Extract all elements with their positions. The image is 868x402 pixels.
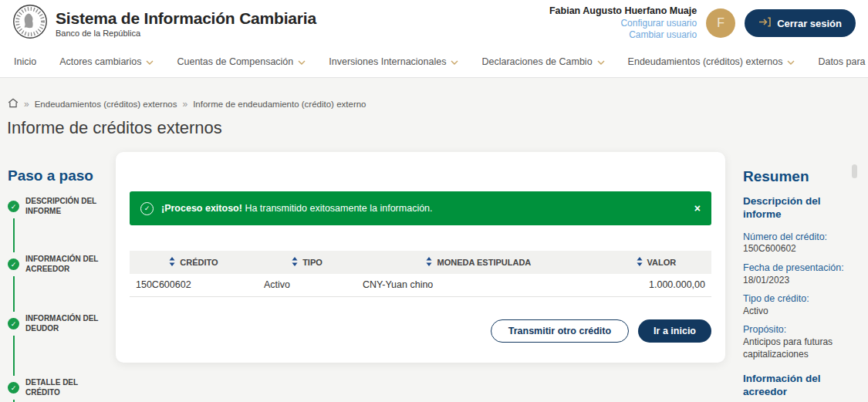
logout-button-label: Cerrar sesión xyxy=(777,18,842,29)
step-complete-check-icon: ✓ xyxy=(8,258,19,270)
step-complete-check-icon: ✓ xyxy=(8,318,19,329)
app-subtitle: Banco de la República xyxy=(56,29,316,38)
breadcrumb: » Endeudamientos (créditos) externos » I… xyxy=(8,98,366,110)
column-header-label: VALOR xyxy=(647,258,677,267)
chevron-down-icon xyxy=(298,56,306,67)
table-header-row: CRÉDITO TIPO MONEDA ESTIPULADA VALOR xyxy=(130,251,711,274)
summary-section-acreedor: Información del acreedor xyxy=(743,373,839,399)
nav-item-actores-cambiarios[interactable]: Actores cambiarios xyxy=(59,56,154,67)
table-row: 150C600602 Activo CNY-Yuan chino 1.000.0… xyxy=(130,274,711,296)
success-check-icon: ✓ xyxy=(140,202,154,215)
step-connector xyxy=(13,276,15,312)
field-value: Anticipos para futuras capitalizaciones xyxy=(743,336,855,360)
chevron-down-icon xyxy=(146,56,154,67)
nav-item-label: Datos para diligenciar formas xyxy=(818,56,868,67)
bank-seal-logo-icon xyxy=(12,4,48,42)
chevron-down-icon xyxy=(597,56,605,67)
column-header-label: TIPO xyxy=(302,258,323,267)
field-label: Tipo de crédito: xyxy=(743,293,855,306)
summary-panel: Resumen Descripción del informe Número d… xyxy=(743,168,855,399)
chevron-down-icon xyxy=(787,56,795,67)
step-descripcion-informe: ✓ DESCRIPCIÓN DEL INFORME xyxy=(8,197,114,216)
step-label: INFORMACIÓN DEL ACREEDOR xyxy=(25,255,114,274)
nav-item-datos-diligenciar-formas[interactable]: Datos para diligenciar formas xyxy=(818,56,868,67)
summary-title: Resumen xyxy=(743,168,855,185)
chevron-down-icon xyxy=(451,56,458,67)
sort-icon xyxy=(637,257,643,268)
step-label: DETALLE DEL CRÉDITO xyxy=(25,378,114,397)
sort-header-credito[interactable]: CRÉDITO xyxy=(130,257,258,268)
nav-item-label: Inversiones Internacionales xyxy=(329,56,446,67)
column-header-label: CRÉDITO xyxy=(180,258,218,267)
sort-icon xyxy=(426,257,432,268)
main-nav: Inicio Actores cambiarios Cuentas de Com… xyxy=(0,46,868,78)
sort-header-tipo[interactable]: TIPO xyxy=(258,257,356,268)
transmit-another-credit-button[interactable]: Transmitir otro crédito xyxy=(491,319,629,343)
credits-table: CRÉDITO TIPO MONEDA ESTIPULADA VALOR xyxy=(130,251,711,297)
step-label: DESCRIPCIÓN DEL INFORME xyxy=(25,197,114,216)
step-informacion-acreedor: ✓ INFORMACIÓN DEL ACREEDOR xyxy=(8,255,114,274)
result-card: ✓ ¡Proceso exitoso! Ha transmitido exito… xyxy=(116,152,725,363)
field-label: Número del crédito: xyxy=(743,231,855,244)
step-detalle-credito: ✓ DETALLE DEL CRÉDITO xyxy=(8,378,114,397)
breadcrumb-endeudamientos[interactable]: Endeudamientos (créditos) externos xyxy=(35,100,177,109)
nav-item-label: Actores cambiarios xyxy=(59,56,141,67)
summary-field-proposito: Propósito: Anticipos para futuras capita… xyxy=(743,324,855,360)
step-complete-check-icon: ✓ xyxy=(8,201,19,212)
sort-header-moneda[interactable]: MONEDA ESTIPULADA xyxy=(356,257,601,268)
breadcrumb-separator: » xyxy=(24,99,29,110)
app-header: Sistema de Información Cambiaria Banco d… xyxy=(0,0,868,46)
breadcrumb-informe[interactable]: Informe de endeudamiento (crédito) exter… xyxy=(193,100,366,109)
alert-message: Ha transmitido exitosamente la informaci… xyxy=(245,203,432,214)
step-connector xyxy=(13,336,15,376)
sort-header-valor[interactable]: VALOR xyxy=(601,257,711,268)
field-label: Fecha de presentación: xyxy=(743,262,855,275)
summary-field-numero-credito: Número del crédito: 150C600602 xyxy=(743,231,855,255)
alert-title: ¡Proceso exitoso! xyxy=(161,203,242,214)
nav-item-declaraciones-cambio[interactable]: Declaraciones de Cambio xyxy=(481,56,604,67)
field-value: 150C600602 xyxy=(743,243,855,255)
nav-item-label: Cuentas de Compensación xyxy=(177,56,293,67)
user-name: Fabian Augusto Huerfano Muaje xyxy=(549,5,697,18)
summary-section-descripcion: Descripción del informe xyxy=(743,195,839,221)
field-value: 18/01/2023 xyxy=(743,275,855,287)
steps-panel: Paso a paso ✓ DESCRIPCIÓN DEL INFORME ✓ … xyxy=(8,167,114,402)
home-icon[interactable] xyxy=(8,98,19,110)
close-icon[interactable]: × xyxy=(694,202,701,215)
nav-item-label: Endeudamientos (créditos) externos xyxy=(628,56,783,67)
cell-moneda: CNY-Yuan chino xyxy=(356,274,601,296)
steps-title: Paso a paso xyxy=(8,167,114,184)
brand: Sistema de Información Cambiaria Banco d… xyxy=(12,4,316,42)
change-user-link[interactable]: Cambiar usuario xyxy=(549,29,697,41)
nav-item-label: Inicio xyxy=(14,56,36,67)
content-area: » Endeudamientos (créditos) externos » I… xyxy=(0,78,868,402)
step-informacion-deudor: ✓ INFORMACIÓN DEL DEUDOR xyxy=(8,314,114,333)
field-label: Propósito: xyxy=(743,324,855,336)
nav-item-label: Declaraciones de Cambio xyxy=(481,56,592,67)
breadcrumb-separator: » xyxy=(182,99,187,110)
cell-credito: 150C600602 xyxy=(130,274,258,296)
sort-icon xyxy=(292,257,298,268)
page-title: Informe de créditos externos xyxy=(7,118,222,138)
app-title: Sistema de Información Cambiaria xyxy=(56,9,316,28)
nav-item-endeudamientos-externos[interactable]: Endeudamientos (créditos) externos xyxy=(628,56,795,67)
step-complete-check-icon: ✓ xyxy=(8,382,19,394)
configure-user-link[interactable]: Configurar usuario xyxy=(549,18,697,29)
field-value: Activo xyxy=(743,306,855,318)
step-connector xyxy=(13,218,15,252)
avatar[interactable]: F xyxy=(706,8,735,38)
scrollbar-thumb[interactable] xyxy=(852,164,857,178)
summary-field-tipo-credito: Tipo de crédito: Activo xyxy=(743,293,855,317)
go-home-button[interactable]: Ir a inicio xyxy=(638,319,711,343)
success-alert: ✓ ¡Proceso exitoso! Ha transmitido exito… xyxy=(130,191,711,225)
step-label: INFORMACIÓN DEL DEUDOR xyxy=(25,314,114,333)
nav-item-cuentas-compensacion[interactable]: Cuentas de Compensación xyxy=(177,56,306,67)
column-header-label: MONEDA ESTIPULADA xyxy=(437,258,531,267)
nav-item-inversiones-internacionales[interactable]: Inversiones Internacionales xyxy=(329,56,458,67)
summary-field-fecha-presentacion: Fecha de presentación: 18/01/2023 xyxy=(743,262,855,286)
cell-valor: 1.000.000,00 xyxy=(601,274,711,296)
nav-item-inicio[interactable]: Inicio xyxy=(14,56,36,67)
logout-button[interactable]: Cerrar sesión xyxy=(745,9,856,37)
logout-icon xyxy=(758,17,771,29)
cell-tipo: Activo xyxy=(258,274,356,296)
